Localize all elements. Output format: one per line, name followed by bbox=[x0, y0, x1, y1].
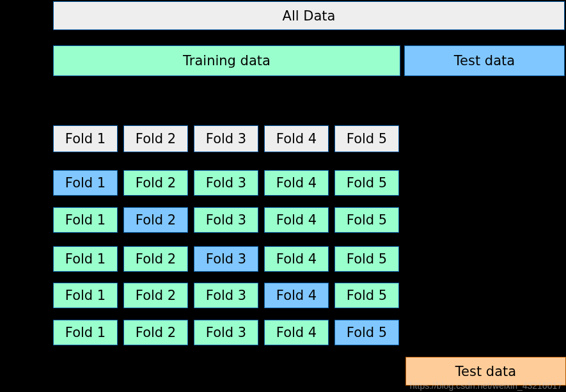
fold-header-label: Fold 4 bbox=[276, 131, 317, 146]
fold-cell-label: Fold 2 bbox=[136, 175, 176, 191]
test-data-box: Test data bbox=[404, 45, 565, 76]
fold-cell-label: Fold 3 bbox=[206, 325, 246, 340]
fold-cell-train: Fold 3 bbox=[194, 170, 258, 196]
fold-header-label: Fold 2 bbox=[136, 131, 176, 146]
fold-cell-label: Fold 2 bbox=[136, 251, 176, 267]
fold-cell-train: Fold 4 bbox=[264, 246, 329, 272]
fold-cell-label: Fold 4 bbox=[276, 325, 317, 340]
fold-cell-label: Fold 1 bbox=[65, 251, 106, 267]
fold-cell-train: Fold 3 bbox=[194, 207, 258, 233]
fold-header-cell: Fold 5 bbox=[334, 125, 399, 152]
fold-cell-label: Fold 3 bbox=[206, 212, 246, 228]
fold-cell-train: Fold 2 bbox=[123, 170, 188, 196]
fold-cell-label: Fold 4 bbox=[276, 288, 317, 303]
fold-header-cell: Fold 3 bbox=[194, 125, 258, 152]
fold-cell-label: Fold 5 bbox=[347, 325, 387, 340]
fold-cell-val: Fold 1 bbox=[53, 170, 118, 196]
fold-cell-label: Fold 5 bbox=[347, 288, 387, 303]
fold-cell-train: Fold 4 bbox=[264, 207, 329, 233]
fold-cell-label: Fold 1 bbox=[65, 325, 106, 340]
fold-cell-train: Fold 4 bbox=[264, 170, 329, 196]
fold-cell-label: Fold 3 bbox=[206, 175, 246, 191]
fold-header-cell: Fold 4 bbox=[264, 125, 329, 152]
fold-header-cell: Fold 2 bbox=[123, 125, 188, 152]
fold-cell-train: Fold 3 bbox=[194, 283, 258, 308]
all-data-box: All Data bbox=[53, 1, 565, 30]
fold-header-cell: Fold 1 bbox=[53, 125, 118, 152]
all-data-label: All Data bbox=[283, 8, 336, 24]
fold-cell-label: Fold 2 bbox=[136, 288, 176, 303]
fold-cell-train: Fold 3 bbox=[194, 320, 258, 345]
fold-header-label: Fold 1 bbox=[65, 131, 106, 146]
fold-cell-train: Fold 2 bbox=[123, 320, 188, 345]
test-data-label: Test data bbox=[454, 53, 515, 68]
fold-cell-label: Fold 2 bbox=[136, 325, 176, 340]
fold-cell-train: Fold 2 bbox=[123, 246, 188, 272]
fold-cell-train: Fold 5 bbox=[334, 246, 399, 272]
fold-cell-train: Fold 1 bbox=[53, 320, 118, 345]
fold-cell-label: Fold 5 bbox=[347, 212, 387, 228]
fold-header-label: Fold 5 bbox=[347, 131, 387, 146]
fold-cell-label: Fold 1 bbox=[65, 175, 106, 191]
fold-cell-label: Fold 1 bbox=[65, 212, 106, 228]
fold-cell-label: Fold 5 bbox=[347, 251, 387, 267]
fold-cell-train: Fold 4 bbox=[264, 320, 329, 345]
fold-header-label: Fold 3 bbox=[206, 131, 246, 146]
training-data-label: Training data bbox=[183, 53, 271, 68]
fold-cell-train: Fold 1 bbox=[53, 207, 118, 233]
fold-cell-val: Fold 2 bbox=[123, 207, 188, 233]
fold-cell-label: Fold 3 bbox=[206, 251, 246, 267]
fold-cell-val: Fold 3 bbox=[194, 246, 258, 272]
final-test-data-label: Test data bbox=[455, 364, 516, 379]
fold-cell-label: Fold 4 bbox=[276, 175, 317, 191]
fold-cell-label: Fold 2 bbox=[136, 212, 176, 228]
fold-cell-label: Fold 4 bbox=[276, 251, 317, 267]
fold-cell-label: Fold 1 bbox=[65, 288, 106, 303]
fold-cell-label: Fold 4 bbox=[276, 212, 317, 228]
fold-cell-train: Fold 1 bbox=[53, 246, 118, 272]
training-data-box: Training data bbox=[53, 45, 400, 76]
fold-cell-label: Fold 5 bbox=[347, 175, 387, 191]
fold-cell-val: Fold 4 bbox=[264, 283, 329, 308]
fold-cell-train: Fold 5 bbox=[334, 283, 399, 308]
fold-cell-val: Fold 5 bbox=[334, 320, 399, 345]
watermark-text: https://blog.csdn.net/weixin_43216017 bbox=[410, 380, 562, 391]
fold-cell-label: Fold 3 bbox=[206, 288, 246, 303]
fold-cell-train: Fold 5 bbox=[334, 170, 399, 196]
fold-cell-train: Fold 1 bbox=[53, 283, 118, 308]
fold-cell-train: Fold 2 bbox=[123, 283, 188, 308]
fold-cell-train: Fold 5 bbox=[334, 207, 399, 233]
